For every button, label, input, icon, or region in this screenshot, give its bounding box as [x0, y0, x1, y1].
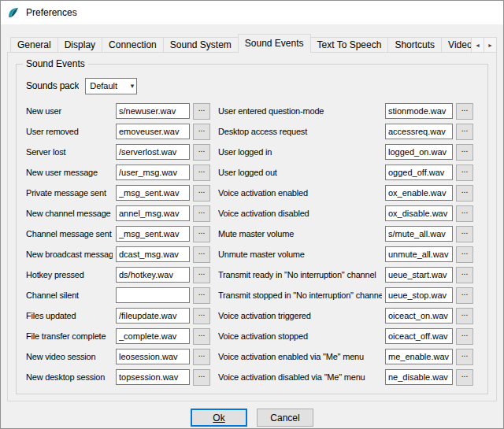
sound-event-label: New video session [26, 352, 113, 361]
browse-button[interactable]: ... [193, 103, 210, 120]
sound-file-input[interactable] [116, 185, 190, 201]
sound-event-label: User removed [26, 127, 113, 136]
sound-event-label: Transmit ready in "No interruption" chan… [218, 270, 382, 279]
sound-file-input[interactable] [385, 369, 453, 385]
sound-event-row: Private message sent ... Voice activatio… [26, 183, 481, 203]
sound-file-input[interactable] [116, 124, 190, 139]
browse-button[interactable]: ... [193, 246, 210, 263]
sound-file-input[interactable] [116, 349, 190, 364]
browse-button[interactable]: ... [193, 165, 210, 181]
sound-file-input[interactable] [116, 287, 190, 303]
browse-button[interactable]: ... [193, 287, 210, 304]
sound-file-input[interactable] [385, 246, 453, 262]
sound-file-input[interactable] [116, 267, 190, 283]
sound-event-label: Voice activation triggered [218, 311, 382, 320]
cancel-button[interactable]: Cancel [257, 409, 313, 427]
sound-file-input[interactable] [385, 267, 453, 283]
sound-file-input[interactable] [385, 144, 453, 160]
browse-button[interactable]: ... [456, 267, 473, 283]
browse-button[interactable]: ... [456, 165, 473, 181]
preferences-dialog: Preferences General Display Connection S… [0, 0, 504, 429]
sound-file-input[interactable] [116, 165, 190, 180]
browse-button[interactable]: ... [456, 308, 473, 324]
sound-event-row: Channel silent ... Transmit stopped in "… [26, 285, 481, 305]
tab-sound-events[interactable]: Sound Events [238, 34, 311, 53]
sound-file-input[interactable] [385, 328, 453, 344]
sounds-pack-select[interactable]: Default ▾ [85, 78, 137, 94]
tab-scroll-left-button[interactable]: ◄ [471, 37, 484, 53]
browse-button[interactable]: ... [193, 124, 210, 140]
sound-file-input[interactable] [116, 205, 190, 221]
sound-file-input[interactable] [116, 144, 190, 160]
sound-file-input[interactable] [385, 103, 453, 119]
browse-button[interactable]: ... [193, 328, 210, 345]
browse-button[interactable]: ... [193, 308, 210, 324]
sound-event-label: Unmute master volume [218, 250, 382, 259]
browse-button[interactable]: ... [193, 144, 210, 161]
sound-event-label: New channel message [26, 209, 113, 218]
tab-page-sound-events: Sound Events Sounds pack Default ▾ New u… [7, 52, 497, 401]
browse-button[interactable]: ... [456, 144, 473, 161]
browse-button[interactable]: ... [456, 246, 473, 263]
sound-event-label: File transfer complete [26, 331, 113, 341]
chevron-down-icon: ▾ [131, 82, 135, 90]
sound-file-input[interactable] [116, 308, 190, 324]
sound-file-input[interactable] [116, 328, 190, 344]
sound-file-input[interactable] [385, 308, 453, 324]
browse-button[interactable]: ... [456, 328, 473, 345]
sound-event-row: New user message ... User logged out ... [26, 162, 481, 183]
browse-button[interactable]: ... [456, 103, 473, 120]
browse-button[interactable]: ... [456, 349, 473, 365]
tab-sound-system[interactable]: Sound System [163, 37, 239, 53]
sound-file-input[interactable] [385, 349, 453, 364]
sound-file-input[interactable] [385, 124, 453, 139]
tab-text-to-speech[interactable]: Text To Speech [310, 37, 389, 53]
browse-button[interactable]: ... [193, 226, 210, 242]
tab-connection[interactable]: Connection [102, 37, 164, 53]
sound-file-input[interactable] [385, 226, 453, 242]
sound-file-input[interactable] [385, 165, 453, 180]
sound-event-row: New user ... User entered question-mode … [26, 101, 481, 121]
sound-event-label: Voice activation stopped [218, 331, 382, 341]
sound-event-label: User logged in [218, 147, 382, 157]
browse-button[interactable]: ... [193, 349, 210, 365]
browse-button[interactable]: ... [456, 226, 473, 242]
sound-file-input[interactable] [116, 246, 190, 262]
sound-events-groupbox: Sound Events Sounds pack Default ▾ New u… [16, 64, 488, 394]
sound-event-label: Hotkey pressed [26, 270, 113, 279]
browse-button[interactable]: ... [193, 185, 210, 202]
sound-event-row: File transfer complete ... Voice activat… [26, 326, 481, 346]
app-icon [7, 6, 20, 19]
sound-event-label: Server lost [26, 147, 113, 157]
sound-event-label: New user [26, 106, 113, 116]
browse-button[interactable]: ... [456, 369, 473, 386]
titlebar: Preferences [1, 1, 503, 24]
sound-event-row: New desktop session ... Voice activation… [26, 367, 481, 387]
sound-file-input[interactable] [116, 103, 190, 119]
browse-button[interactable]: ... [193, 369, 210, 386]
browse-button[interactable]: ... [456, 124, 473, 140]
sound-event-label: Desktop access request [218, 127, 382, 136]
sound-file-input[interactable] [116, 369, 190, 385]
tab-scroll-right-button[interactable]: ► [484, 37, 497, 53]
sound-event-label: Channel silent [26, 290, 113, 300]
sounds-pack-value: Default [90, 81, 117, 91]
browse-button[interactable]: ... [456, 205, 473, 222]
sound-file-input[interactable] [385, 185, 453, 201]
tab-shortcuts[interactable]: Shortcuts [387, 37, 442, 53]
sound-file-input[interactable] [385, 287, 453, 303]
sound-file-input[interactable] [116, 226, 190, 242]
sound-event-row: Server lost ... User logged in ... [26, 142, 481, 162]
sound-event-label: Files updated [26, 311, 113, 320]
browse-button[interactable]: ... [193, 267, 210, 283]
sound-event-row: Hotkey pressed ... Transmit ready in "No… [26, 264, 481, 285]
sound-file-input[interactable] [385, 205, 453, 221]
ok-button[interactable]: Ok [191, 409, 247, 427]
sound-event-label: Transmit stopped in "No interruption" ch… [218, 290, 382, 300]
tab-general[interactable]: General [10, 37, 58, 53]
browse-button[interactable]: ... [456, 287, 473, 304]
tab-display[interactable]: Display [57, 37, 102, 53]
browse-button[interactable]: ... [193, 205, 210, 222]
footer: Ok Cancel [1, 409, 503, 427]
browse-button[interactable]: ... [456, 185, 473, 202]
